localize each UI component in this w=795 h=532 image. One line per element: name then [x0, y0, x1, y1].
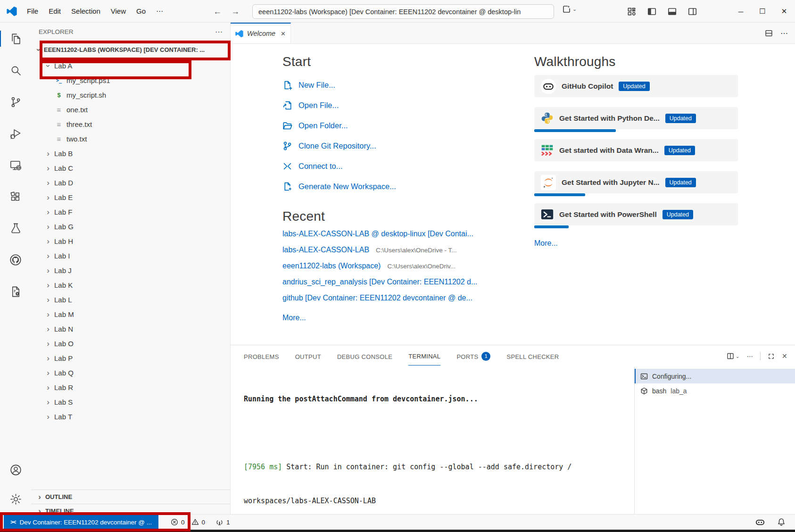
search-icon[interactable]	[9, 64, 22, 77]
more-actions-icon[interactable]: ⋯	[780, 29, 788, 38]
settings-gear-icon[interactable]	[9, 492, 22, 506]
back-arrow-icon[interactable]: ←	[213, 7, 222, 17]
tab-welcome[interactable]: Welcome ✕	[231, 23, 291, 43]
terminal-list-item-configuring[interactable]: Configuring...	[635, 369, 795, 383]
forward-arrow-icon[interactable]: →	[231, 7, 240, 17]
customize-layout-icon[interactable]	[627, 7, 636, 16]
toggle-primary-sidebar-icon[interactable]	[647, 7, 656, 16]
explorer-more-actions[interactable]: ⋯	[215, 27, 223, 36]
tree-folder[interactable]: ›Lab R	[31, 380, 230, 395]
menu-more[interactable]: ⋯	[151, 5, 168, 17]
tree-folder[interactable]: ›Lab J	[31, 263, 230, 278]
walkthroughs-more-link[interactable]: More...	[534, 235, 738, 251]
tree-folder[interactable]: ›Lab I	[31, 249, 230, 263]
menu-view[interactable]: View	[106, 5, 131, 17]
tab-spell-checker[interactable]: SPELL CHECKER	[506, 347, 559, 366]
recent-item[interactable]: labs-ALEX-CASSON-LABC:\Users\alex\OneDri…	[282, 246, 504, 262]
tree-folder[interactable]: ›Lab O	[31, 336, 230, 351]
extensions-icon[interactable]	[9, 190, 22, 203]
close-icon[interactable]: ✕	[281, 30, 286, 37]
notifications-bell-icon[interactable]	[777, 518, 786, 526]
tree-folder[interactable]: ›Lab F	[31, 205, 230, 219]
copilot-menu-button[interactable]: ⌄	[562, 5, 577, 14]
toggle-secondary-sidebar-icon[interactable]	[688, 7, 697, 16]
tree-file[interactable]: ≡one.txt	[31, 102, 230, 117]
tree-folder[interactable]: ›Lab M	[31, 307, 230, 322]
connect-to-link[interactable]: Connect to...	[282, 156, 504, 176]
new-file-link[interactable]: New File...	[282, 75, 504, 95]
clone-git-repository-link[interactable]: Clone Git Repository...	[282, 136, 504, 156]
recent-item[interactable]: andrius_sci_rep_analysis [Dev Container:…	[282, 278, 504, 294]
close-button[interactable]: ✕	[773, 0, 795, 23]
minimize-button[interactable]: ─	[730, 0, 752, 23]
terminal-list-item-bash[interactable]: bash lab_a	[635, 383, 795, 398]
copilot-status-icon[interactable]	[755, 517, 765, 527]
tree-file[interactable]: ≡two.txt	[31, 132, 230, 146]
recent-item[interactable]: labs-ALEX-CASSON-LAB @ desktop-linux [De…	[282, 230, 504, 246]
timeline-section[interactable]: › TIMELINE	[31, 504, 230, 514]
walkthrough-jupyter[interactable]: Get Started with Jupyter N... Updated	[534, 171, 738, 193]
tab-ports[interactable]: PORTS 1	[456, 347, 490, 366]
close-panel-icon[interactable]: ✕	[782, 352, 787, 360]
walkthrough-powershell[interactable]: Get Started with PowerShell Updated	[534, 203, 738, 225]
command-center[interactable]: eeen11202-labs (Workspace) [Dev Containe…	[252, 4, 554, 19]
account-icon[interactable]	[9, 463, 22, 476]
tree-file[interactable]: $my_script.sh	[31, 88, 230, 102]
tree-folder-lab-a[interactable]: › Lab A	[31, 58, 230, 73]
remote-explorer-icon[interactable]	[9, 158, 22, 172]
walkthroughs-heading: Walkthroughs	[534, 54, 738, 69]
menu-file[interactable]: File	[22, 5, 43, 17]
python-icon	[541, 112, 554, 125]
maximize-button[interactable]: ☐	[752, 0, 773, 23]
github-icon[interactable]	[9, 253, 22, 266]
tree-folder[interactable]: ›Lab D	[31, 175, 230, 190]
source-control-icon[interactable]	[9, 95, 22, 108]
recent-more-link[interactable]: More...	[282, 310, 504, 326]
panel-more-actions-icon[interactable]: ⋯	[747, 353, 753, 360]
run-and-debug-icon[interactable]	[9, 127, 22, 140]
tree-folder[interactable]: ›Lab S	[31, 395, 230, 409]
tree-folder[interactable]: ›Lab T	[31, 409, 230, 424]
tree-file[interactable]: >_my_script.ps1	[31, 73, 230, 88]
open-folder-link[interactable]: Open Folder...	[282, 116, 504, 136]
toggle-panel-icon[interactable]	[668, 7, 677, 16]
open-file-link[interactable]: Open File...	[282, 95, 504, 116]
explorer-icon[interactable]	[9, 32, 22, 45]
tab-problems[interactable]: PROBLEMS	[244, 347, 279, 366]
forwarded-ports-status[interactable]: 1	[215, 518, 230, 526]
maximize-panel-icon[interactable]	[768, 353, 775, 360]
tree-folder[interactable]: ›Lab L	[31, 292, 230, 307]
tree-folder[interactable]: ›Lab H	[31, 234, 230, 249]
problems-status[interactable]: 0 0	[171, 518, 205, 526]
outline-section[interactable]: › OUTLINE	[31, 490, 230, 504]
split-editor-icon[interactable]	[765, 29, 773, 37]
workspace-root[interactable]: › EEEN11202-LABS (WORKSPACE) [DEV CONTAI…	[31, 41, 230, 58]
tab-output[interactable]: OUTPUT	[295, 347, 321, 366]
recent-item[interactable]: github [Dev Container: EEEN11202 devcont…	[282, 294, 504, 310]
tree-folder[interactable]: ›Lab C	[31, 161, 230, 175]
tree-folder[interactable]: ›Lab N	[31, 322, 230, 336]
tree-folder[interactable]: ›Lab B	[31, 146, 230, 161]
tree-folder[interactable]: ›Lab Q	[31, 366, 230, 380]
tree-folder[interactable]: ›Lab K	[31, 278, 230, 292]
menu-go[interactable]: Go	[131, 5, 151, 17]
tree-folder[interactable]: ›Lab P	[31, 351, 230, 366]
walkthrough-python[interactable]: Get Started with Python De... Updated	[534, 107, 738, 129]
menu-selection[interactable]: Selection	[66, 5, 106, 17]
tree-file[interactable]: ≡three.txt	[31, 117, 230, 132]
recent-item[interactable]: eeen11202-labs (Workspace)C:\Users\alex\…	[282, 262, 504, 278]
split-terminal-button[interactable]: ⌄	[727, 352, 740, 360]
container-tools-icon[interactable]	[9, 285, 22, 298]
generate-new-workspace-link[interactable]: Generate New Workspace...	[282, 176, 504, 197]
terminal-output[interactable]: Running the postAttachCommand from devco…	[231, 367, 634, 514]
menu-edit[interactable]: Edit	[43, 5, 66, 17]
tab-debug-console[interactable]: DEBUG CONSOLE	[337, 347, 392, 366]
testing-icon[interactable]	[9, 222, 22, 235]
remote-indicator[interactable]: >< Dev Container: EEEN11202 devcontainer…	[4, 515, 158, 530]
tab-terminal[interactable]: TERMINAL	[408, 347, 440, 366]
remote-connect-icon	[282, 161, 292, 171]
walkthrough-data-wrangler[interactable]: Get started with Data Wran... Updated	[534, 139, 738, 161]
tree-folder[interactable]: ›Lab E	[31, 190, 230, 205]
tree-folder[interactable]: ›Lab G	[31, 219, 230, 234]
walkthrough-github-copilot[interactable]: GitHub Copilot Updated	[534, 75, 738, 97]
